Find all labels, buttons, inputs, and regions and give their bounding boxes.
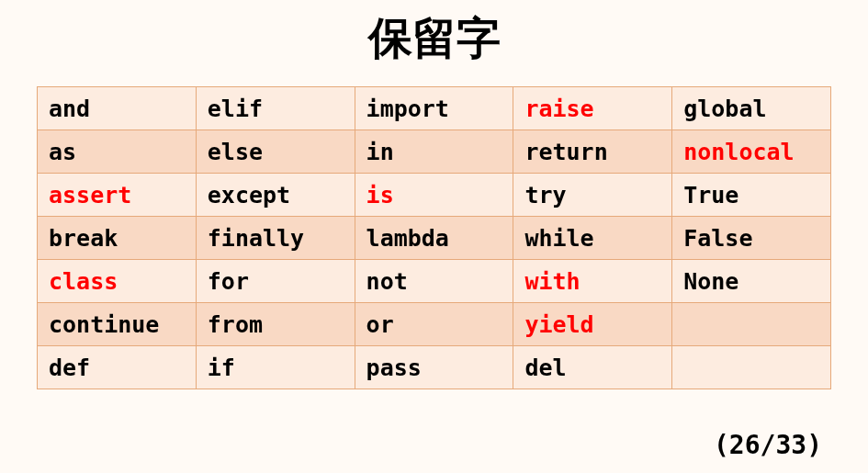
- keyword-cell: pass: [355, 346, 513, 389]
- keyword-cell: as: [38, 130, 197, 174]
- table-row: aselseinreturnnonlocal: [38, 130, 831, 174]
- table-row: classfornotwithNone: [38, 260, 831, 303]
- keyword-cell: raise: [513, 87, 672, 130]
- keyword-cell: from: [196, 303, 355, 346]
- page-counter: (26/33): [714, 430, 822, 460]
- keyword-cell: except: [196, 174, 355, 217]
- keyword-cell: or: [355, 303, 513, 346]
- keyword-cell: yield: [513, 303, 672, 346]
- keyword-cell: is: [355, 174, 513, 217]
- keyword-cell: not: [355, 260, 513, 303]
- keyword-cell: break: [38, 217, 197, 260]
- table-row: andelifimportraiseglobal: [38, 87, 831, 130]
- keyword-cell: finally: [196, 217, 355, 260]
- keyword-cell: False: [672, 217, 831, 260]
- keyword-cell: [672, 303, 831, 346]
- table-row: assertexceptistryTrue: [38, 174, 831, 217]
- keyword-cell: if: [196, 346, 355, 389]
- slide-title: 保留字: [37, 9, 831, 68]
- keyword-cell: global: [672, 87, 831, 130]
- keyword-cell: lambda: [355, 217, 513, 260]
- keyword-cell: del: [513, 346, 672, 389]
- keyword-cell: class: [38, 260, 197, 303]
- keyword-cell: import: [355, 87, 513, 130]
- keyword-cell: assert: [38, 174, 197, 217]
- keyword-cell: with: [513, 260, 672, 303]
- keyword-cell: while: [513, 217, 672, 260]
- keyword-cell: in: [355, 130, 513, 174]
- keyword-cell: else: [196, 130, 355, 174]
- keyword-cell: elif: [196, 87, 355, 130]
- keyword-cell: True: [672, 174, 831, 217]
- table-row: continuefromoryield: [38, 303, 831, 346]
- slide: 保留字 andelifimportraiseglobalaselseinretu…: [0, 0, 868, 473]
- keyword-cell: [672, 346, 831, 389]
- keywords-table-body: andelifimportraiseglobalaselseinreturnno…: [38, 87, 831, 389]
- keyword-cell: None: [672, 260, 831, 303]
- keyword-cell: and: [38, 87, 197, 130]
- keyword-cell: return: [513, 130, 672, 174]
- keyword-cell: try: [513, 174, 672, 217]
- keywords-table: andelifimportraiseglobalaselseinreturnno…: [37, 86, 831, 389]
- keyword-cell: for: [196, 260, 355, 303]
- keyword-cell: nonlocal: [672, 130, 831, 174]
- keyword-cell: def: [38, 346, 197, 389]
- table-row: breakfinallylambdawhileFalse: [38, 217, 831, 260]
- keyword-cell: continue: [38, 303, 197, 346]
- table-row: defifpassdel: [38, 346, 831, 389]
